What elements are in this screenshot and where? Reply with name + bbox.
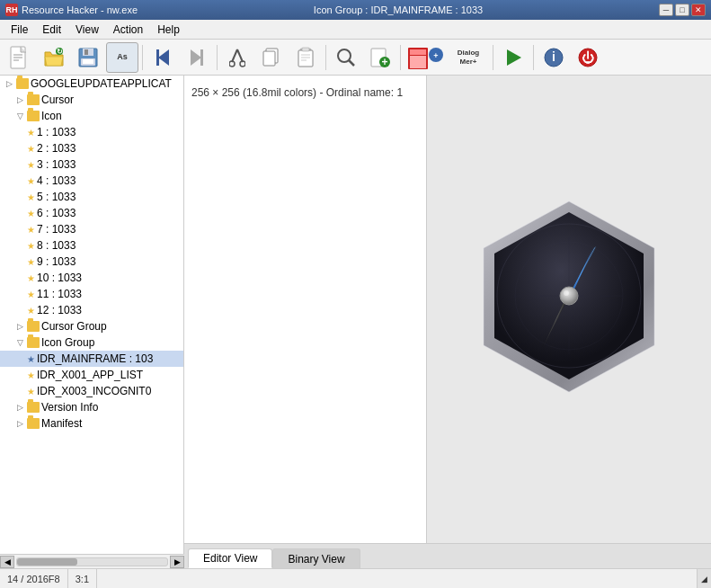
menu-file[interactable]: File [4, 21, 35, 39]
star-icon: ★ [27, 176, 35, 186]
resize-grip[interactable]: ◢ [697, 569, 711, 589]
tree-item-icon-6[interactable]: ★ 6 : 1033 [0, 205, 183, 221]
menu-edit[interactable]: Edit [35, 21, 68, 39]
dialog-merger-button[interactable]: DialogMer+ [448, 42, 489, 73]
tree-label: 12 : 1033 [37, 304, 82, 316]
menu-action[interactable]: Action [106, 21, 150, 39]
tree-item-icon-8[interactable]: ★ 8 : 1033 [0, 237, 183, 254]
tree-item-cursor[interactable]: ▷ Cursor [0, 92, 183, 108]
tree-item-idr-x003[interactable]: ★ IDR_X003_INCOGNIT0 [0, 383, 183, 399]
tree-label: IDR_MAINFRAME : 103 [37, 352, 153, 365]
right-panel: 256 × 256 (16.8mil colors) - Ordinal nam… [184, 76, 711, 568]
tree-label: 5 : 1033 [37, 191, 76, 203]
svg-rect-10 [83, 59, 93, 64]
star-icon: ★ [27, 273, 35, 283]
tree-item-version-info[interactable]: ▷ Version Info [0, 399, 183, 415]
star-icon: ★ [27, 192, 35, 202]
tree-item-icon-7[interactable]: ★ 7 : 1033 [0, 221, 183, 237]
status-right: 3:1 [68, 569, 97, 588]
tree-item-icon-5[interactable]: ★ 5 : 1033 [0, 189, 183, 205]
svg-line-15 [232, 49, 237, 62]
star-icon: ★ [27, 241, 35, 251]
tree-label: 2 : 1033 [37, 142, 76, 155]
tree-item-icon-2[interactable]: ★ 2 : 1033 [0, 140, 183, 156]
run-script-button[interactable] [497, 42, 529, 73]
hscroll-left[interactable]: ◀ [0, 556, 14, 568]
content-area: 256 × 256 (16.8mil colors) - Ordinal nam… [184, 76, 711, 543]
close-button[interactable]: ✕ [691, 4, 706, 16]
status-bar: 14 / 2016F8 3:1 ◢ [0, 568, 711, 588]
app-title: Resource Hacker - nw.exe [22, 4, 138, 15]
tab-binary-view[interactable]: Binary View [272, 548, 360, 568]
svg-rect-23 [302, 48, 309, 51]
tree-item-idr-mainframe[interactable]: ★ IDR_MAINFRAME : 103 [0, 351, 183, 367]
cut-button[interactable] [221, 42, 253, 73]
tree-item-icon-12[interactable]: ★ 12 : 1033 [0, 302, 183, 318]
tree-item-icon-3[interactable]: ★ 3 : 1033 [0, 156, 183, 173]
info-button[interactable]: i [538, 42, 570, 73]
star-icon: ★ [27, 290, 35, 299]
tree-label: Version Info [41, 401, 98, 414]
toggle-icon: ▷ [14, 418, 25, 429]
paste-button[interactable] [289, 42, 322, 73]
image-panel [427, 76, 711, 543]
tree-item-icon-4[interactable]: ★ 4 : 1033 [0, 173, 183, 189]
forward-button[interactable] [181, 42, 213, 73]
minimize-button[interactable]: ─ [659, 4, 673, 16]
star-icon: ★ [27, 387, 35, 396]
star-icon: ★ [27, 144, 35, 154]
tree-item-icon-group[interactable]: ▽ Icon Group [0, 334, 183, 351]
svg-text:+: + [381, 56, 387, 67]
tree-item-icon-1[interactable]: ★ 1 : 1033 [0, 124, 183, 140]
hscroll-thumb[interactable] [17, 558, 77, 566]
tab-editor-view[interactable]: Editor View [188, 548, 272, 568]
save-as-button[interactable]: As [106, 42, 138, 73]
menu-help[interactable]: Help [150, 21, 187, 39]
tree-item-idr-x001[interactable]: ★ IDR_X001_APP_LIST [0, 367, 183, 383]
tree-item-icon[interactable]: ▽ Icon [0, 108, 183, 124]
hscroll-right[interactable]: ▶ [170, 556, 184, 568]
add-resource-button[interactable]: + [364, 42, 396, 73]
tree-item-icon-9[interactable]: ★ 9 : 1033 [0, 254, 183, 270]
maximize-button[interactable]: □ [675, 4, 689, 16]
svg-line-16 [237, 49, 243, 62]
copy-button[interactable] [255, 42, 288, 73]
save-button[interactable] [72, 42, 104, 73]
tree-label: 7 : 1033 [37, 223, 76, 236]
new-button[interactable] [4, 42, 36, 73]
toggle-icon: ▷ [4, 78, 14, 89]
title-bar: RH Resource Hacker - nw.exe Icon Group :… [0, 0, 711, 20]
toggle-icon: ▽ [14, 337, 25, 348]
svg-rect-33 [410, 49, 426, 55]
svg-rect-8 [84, 49, 88, 55]
title-left: RH Resource Hacker - nw.exe [5, 4, 138, 16]
svg-rect-22 [298, 50, 313, 67]
back-button[interactable] [147, 42, 179, 73]
svg-text:↻: ↻ [57, 48, 63, 56]
star-icon: ★ [27, 354, 35, 364]
resource-button[interactable]: + [404, 42, 446, 73]
tree-item-cursor-group[interactable]: ▷ Cursor Group [0, 318, 183, 334]
toggle-icon: ▷ [14, 402, 25, 413]
tree-item-icon-11[interactable]: ★ 11 : 1033 [0, 286, 183, 302]
svg-rect-34 [410, 56, 426, 68]
tree-item-manifest[interactable]: ▷ Manifest [0, 415, 183, 432]
open-button[interactable]: ↻ [38, 42, 70, 73]
svg-point-27 [338, 49, 351, 62]
svg-marker-37 [507, 49, 521, 66]
title-center-text: Icon Group : IDR_MAINFRAME : 1033 [314, 4, 483, 15]
tree-label: 10 : 1033 [37, 272, 82, 284]
tree-label: Cursor [41, 94, 74, 106]
close-app-button[interactable]: ⏻ [572, 42, 604, 73]
tree-label: 4 : 1033 [37, 174, 76, 187]
tree-item-googleupdate[interactable]: ▷ GOOGLEUPDATEAPPLICAT [0, 76, 183, 92]
search-button[interactable] [330, 42, 362, 73]
menu-view[interactable]: View [68, 21, 106, 39]
toggle-icon: ▷ [14, 321, 25, 332]
tree-label: IDR_X001_APP_LIST [37, 369, 143, 381]
svg-marker-11 [158, 49, 169, 66]
star-icon: ★ [27, 209, 35, 218]
tree-item-icon-10[interactable]: ★ 10 : 1033 [0, 270, 183, 286]
tree-label: Manifest [41, 417, 82, 430]
svg-marker-13 [191, 49, 201, 66]
